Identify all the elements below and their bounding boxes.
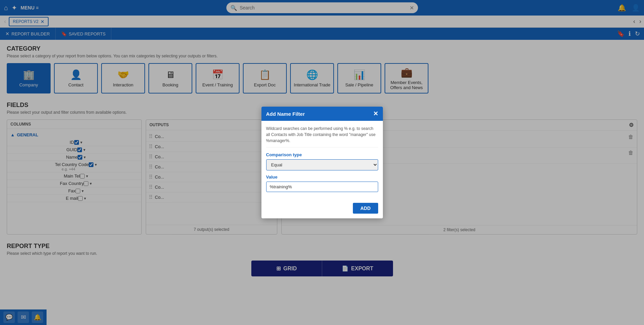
modal-overlay: Add Name Filter ✕ Wildcard searches can … [0,0,644,325]
comparison-type-label: Comparison type [266,152,378,157]
modal-footer: ADD [261,201,383,218]
value-input[interactable] [266,182,378,192]
value-label: Value [266,174,378,180]
modal-body: Wildcard searches can be performed using… [261,121,383,201]
modal-header: Add Name Filter ✕ [261,107,383,121]
modal-close-button[interactable]: ✕ [373,110,378,117]
add-name-filter-modal: Add Name Filter ✕ Wildcard searches can … [261,107,383,218]
modal-title: Add Name Filter [266,111,305,117]
comparison-type-select[interactable]: Equal [266,159,378,170]
modal-description: Wildcard searches can be performed using… [266,126,378,147]
modal-add-button[interactable]: ADD [353,203,378,214]
